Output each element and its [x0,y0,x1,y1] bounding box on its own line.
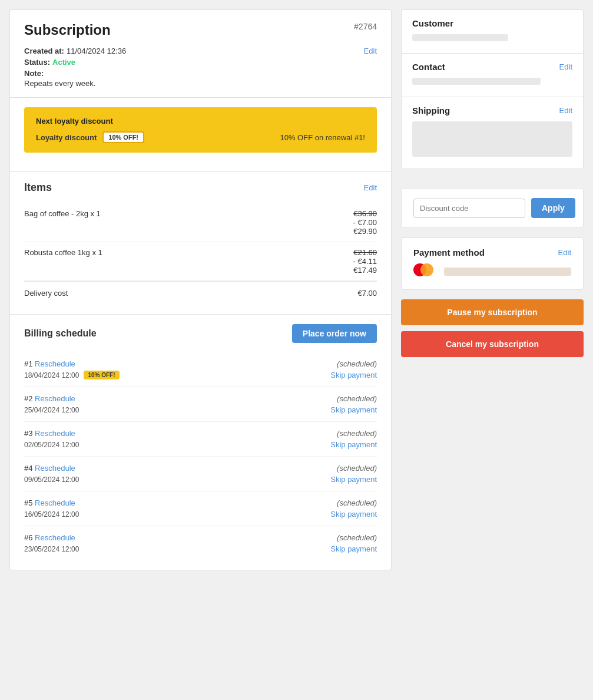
schedule-status-3: (scheduled) [337,429,377,438]
schedule-status-1: (scheduled) [337,359,377,368]
item-discount-1: - €7.00 [353,218,377,227]
schedule-status-6: (scheduled) [337,533,377,542]
skip-payment-2[interactable]: Skip payment [330,405,377,414]
loyalty-description: 10% OFF on renewal #1! [280,133,365,142]
schedule-date-2: 25/04/2024 12:00 [24,406,79,414]
schedule-date-6: 23/05/2024 12:00 [24,545,79,553]
note-label: Note: [24,69,44,78]
contact-edit-link[interactable]: Edit [559,62,572,71]
contact-title: Contact [412,62,445,72]
schedule-num-3: #3 Reschedule [24,429,75,438]
item-original-1: €36.90 [353,209,377,218]
skip-payment-1[interactable]: Skip payment [330,371,377,379]
table-row: Bag of coffee - 2kg x 1 €36.90 - €7.00 €… [24,203,377,242]
schedule-status-4: (scheduled) [337,464,377,473]
customer-section: Customer [402,10,583,54]
item-original-2: €21.60 [353,248,377,257]
discount-input[interactable] [413,199,525,218]
delivery-row: Delivery cost €7.00 [24,281,377,305]
delivery-label: Delivery cost [24,289,68,298]
skip-payment-6[interactable]: Skip payment [330,544,377,553]
shipping-placeholder [412,121,572,157]
list-item: #1 Reschedule (scheduled) 18/04/2024 12:… [24,352,377,387]
schedule-num-5: #5 Reschedule [24,498,75,507]
loyalty-next-label: Next loyalty discount [36,117,365,126]
place-order-button[interactable]: Place order now [292,324,377,343]
payment-title: Payment method [413,247,485,257]
customer-title: Customer [412,18,453,28]
item-final-1: €29.90 [353,227,377,236]
table-row: Robusta coffee 1kg x 1 €21.60 - €4.11 €1… [24,242,377,281]
payment-edit-link[interactable]: Edit [558,248,571,257]
list-item: #5 Reschedule (scheduled) 16/05/2024 12:… [24,491,377,526]
skip-payment-4[interactable]: Skip payment [330,475,377,484]
schedule-status-2: (scheduled) [337,394,377,403]
action-buttons: Pause my subscription Cancel my subscrip… [401,299,584,357]
pause-subscription-button[interactable]: Pause my subscription [401,299,584,325]
shipping-edit-link[interactable]: Edit [559,106,572,115]
schedule-badge-1: 10% OFF! [84,371,119,379]
repeats-value: Repeats every week. [24,79,95,88]
schedule-date-4: 09/05/2024 12:00 [24,476,79,484]
contact-section: Contact Edit [402,54,583,97]
created-label: Created at: [24,47,64,55]
list-item: #4 Reschedule (scheduled) 09/05/2024 12:… [24,457,377,491]
schedule-date-1: 18/04/2024 12:00 [24,371,79,379]
reschedule-link-3[interactable]: Reschedule [35,429,75,438]
reschedule-link-1[interactable]: Reschedule [35,359,75,368]
item-name-1: Bag of coffee - 2kg x 1 [24,209,101,218]
schedule-num-2: #2 Reschedule [24,394,75,403]
reschedule-link-4[interactable]: Reschedule [35,464,75,473]
card-number-placeholder [444,268,571,276]
skip-payment-5[interactable]: Skip payment [330,510,377,519]
item-discount-2: - €4.11 [353,257,377,266]
item-name-2: Robusta coffee 1kg x 1 [24,248,102,257]
apply-button[interactable]: Apply [531,198,575,218]
subscription-title: Subscription [24,22,111,38]
schedule-num-4: #4 Reschedule [24,464,75,473]
delivery-value: €7.00 [357,289,377,298]
subscription-edit-link[interactable]: Edit [364,47,377,55]
status-value: Active [52,58,75,67]
billing-title: Billing schedule [24,328,97,339]
payment-section: Payment method Edit [401,237,584,290]
customer-placeholder [412,34,508,41]
loyalty-badge: 10% OFF! [102,131,144,143]
cancel-subscription-button[interactable]: Cancel my subscription [401,331,584,357]
discount-section: Apply [401,188,584,228]
list-item: #2 Reschedule (scheduled) 25/04/2024 12:… [24,387,377,422]
mastercard-icon [413,263,437,280]
schedule-num-1: #1 Reschedule [24,359,75,368]
shipping-section: Shipping Edit [402,97,583,169]
status-label: Status: [24,58,50,67]
billing-section: Billing schedule Place order now #1 Resc… [10,314,391,570]
schedule-date-5: 16/05/2024 12:00 [24,510,79,519]
schedule-date-3: 02/05/2024 12:00 [24,441,79,449]
list-item: #6 Reschedule (scheduled) 23/05/2024 12:… [24,526,377,560]
subscription-id: #2764 [354,22,377,31]
loyalty-discount-label: Loyalty discount [36,133,97,142]
skip-payment-3[interactable]: Skip payment [330,440,377,449]
reschedule-link-6[interactable]: Reschedule [35,533,75,542]
items-edit-link[interactable]: Edit [364,183,377,192]
list-item: #3 Reschedule (scheduled) 02/05/2024 12:… [24,422,377,457]
created-value: 11/04/2024 12:36 [67,47,126,55]
reschedule-link-5[interactable]: Reschedule [35,498,75,507]
schedule-status-5: (scheduled) [337,498,377,507]
item-final-2: €17.49 [353,266,377,275]
items-section: Items Edit Bag of coffee - 2kg x 1 €36.9… [10,171,391,314]
contact-placeholder [412,78,541,85]
loyalty-banner: Next loyalty discount Loyalty discount 1… [24,107,377,153]
shipping-title: Shipping [412,105,450,115]
schedule-num-6: #6 Reschedule [24,533,75,542]
reschedule-link-2[interactable]: Reschedule [35,394,75,403]
items-title: Items [24,181,52,194]
